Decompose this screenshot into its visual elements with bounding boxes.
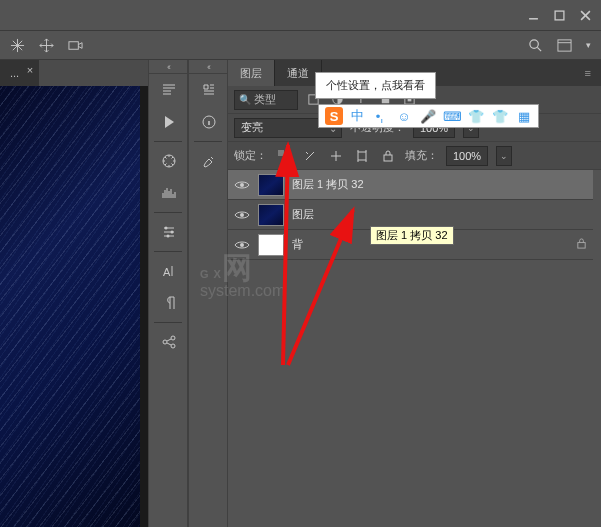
ime-tshirt-icon[interactable]: 👕 — [492, 108, 508, 124]
ime-skin-icon[interactable]: 👕 — [468, 108, 484, 124]
brush-icon[interactable] — [189, 145, 229, 177]
document-tab[interactable]: ... × — [0, 60, 39, 86]
layer-name: 图层 1 拷贝 32 — [292, 177, 364, 192]
svg-rect-0 — [555, 11, 564, 20]
maximize-button[interactable] — [547, 4, 571, 26]
move-icon[interactable] — [39, 38, 54, 53]
callout-tooltip[interactable]: 个性设置，点我看看 — [315, 72, 436, 99]
ime-emoji-icon[interactable]: ☺ — [396, 108, 412, 124]
svg-rect-3 — [558, 39, 571, 50]
svg-point-5 — [165, 227, 168, 230]
info-icon[interactable] — [189, 106, 229, 138]
tool-strip-a: A — [148, 60, 188, 527]
ime-mic-icon[interactable]: 🎤 — [420, 108, 436, 124]
sogou-logo[interactable]: S — [325, 107, 343, 125]
tab-label: 图层 — [240, 66, 262, 81]
fill-label: 填充： — [405, 148, 438, 163]
adjustments-icon[interactable] — [149, 216, 189, 248]
close-icon[interactable]: × — [27, 64, 33, 76]
svg-rect-22 — [384, 155, 392, 161]
document-tabs: ... × — [0, 60, 148, 86]
minimize-button[interactable] — [521, 4, 545, 26]
collapse-button[interactable] — [189, 60, 227, 74]
panel-menu-icon[interactable]: ≡ — [575, 67, 601, 79]
layer-thumbnail[interactable] — [258, 204, 284, 226]
svg-point-7 — [167, 235, 170, 238]
workspace-icon[interactable] — [557, 38, 572, 53]
histogram-icon[interactable] — [149, 177, 189, 209]
ime-lang[interactable]: 中 — [351, 107, 364, 125]
layer-name: 图层 — [292, 207, 314, 222]
fill-value[interactable]: 100% — [446, 146, 488, 166]
collapse-button[interactable] — [149, 60, 187, 74]
paragraph-icon[interactable] — [149, 287, 189, 319]
lock-pixels-icon[interactable] — [301, 150, 319, 162]
document-tab-label: ... — [10, 67, 19, 79]
camera-icon[interactable] — [68, 38, 83, 53]
chevron-down-icon[interactable]: ▾ — [586, 40, 591, 50]
character-icon[interactable]: A — [149, 255, 189, 287]
ime-grid-icon[interactable]: ▦ — [516, 108, 532, 124]
ime-toolbar[interactable]: S 中 •ˌ ☺ 🎤 ⌨ 👕 👕 ▦ — [318, 104, 539, 128]
svg-rect-20 — [284, 156, 290, 162]
svg-rect-1 — [69, 41, 78, 49]
layer-row[interactable]: 图层 1 拷贝 32 — [228, 170, 593, 200]
visibility-icon[interactable] — [234, 177, 250, 193]
blend-mode-value: 变亮 — [241, 120, 263, 135]
image-content — [0, 86, 140, 527]
tab-layers[interactable]: 图层 — [228, 60, 275, 86]
play-icon[interactable] — [149, 106, 189, 138]
fill-chevron[interactable]: ⌄ — [496, 146, 512, 166]
filter-type-label: 类型 — [254, 92, 276, 107]
close-button[interactable] — [573, 4, 597, 26]
svg-point-2 — [530, 39, 538, 47]
search-icon[interactable] — [528, 38, 543, 53]
svg-point-9 — [163, 340, 167, 344]
lock-artboard-icon[interactable] — [353, 150, 371, 162]
paragraph-styles-icon[interactable] — [149, 74, 189, 106]
options-bar: ▾ — [0, 30, 601, 60]
document-area: ... × — [0, 60, 148, 527]
lock-icon — [576, 238, 587, 251]
svg-point-24 — [240, 213, 244, 217]
svg-rect-26 — [578, 243, 585, 249]
tool-strip-b — [188, 60, 228, 527]
svg-point-10 — [171, 336, 175, 340]
layer-tooltip: 图层 1 拷贝 32 — [370, 226, 454, 245]
svg-point-6 — [171, 231, 174, 234]
title-bar — [0, 0, 601, 30]
share-icon[interactable] — [149, 326, 189, 358]
lock-row: 锁定： 填充： 100% ⌄ — [228, 142, 601, 170]
lock-transparency-icon[interactable] — [275, 150, 293, 162]
filter-type-select[interactable]: 🔍 类型 — [234, 90, 298, 110]
visibility-icon[interactable] — [234, 207, 250, 223]
compass-icon[interactable] — [149, 145, 189, 177]
ime-keyboard-icon[interactable]: ⌨ — [444, 108, 460, 124]
svg-point-23 — [240, 183, 244, 187]
canvas[interactable] — [0, 86, 140, 527]
lock-position-icon[interactable] — [327, 150, 345, 162]
layer-list: 图层 1 拷贝 32 图层 背 — [228, 170, 593, 527]
visibility-icon[interactable] — [234, 237, 250, 253]
lock-all-icon[interactable] — [379, 150, 397, 162]
layer-thumbnail[interactable] — [258, 174, 284, 196]
layers-panel: 图层 通道 ≡ 🔍 类型 T 变亮 ⌄ 不透明度： 100% ⌄ 锁定： 填充：… — [228, 60, 601, 527]
svg-point-11 — [171, 344, 175, 348]
svg-text:A: A — [163, 266, 171, 278]
properties-icon[interactable] — [189, 74, 229, 106]
svg-point-25 — [240, 243, 244, 247]
svg-rect-19 — [278, 150, 284, 156]
search-glyph: 🔍 — [239, 94, 251, 105]
snowflake-icon[interactable] — [10, 38, 25, 53]
svg-rect-21 — [358, 152, 366, 160]
layer-thumbnail[interactable] — [258, 234, 284, 256]
layer-name: 背 — [292, 237, 303, 252]
lock-label: 锁定： — [234, 148, 267, 163]
tab-label: 通道 — [287, 66, 309, 81]
ime-punct-icon[interactable]: •ˌ — [372, 108, 388, 124]
callout-text: 个性设置，点我看看 — [326, 79, 425, 91]
